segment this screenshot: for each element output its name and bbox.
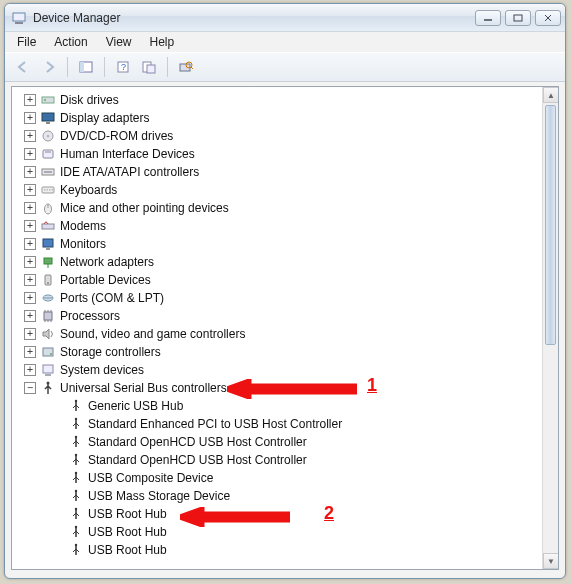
expand-icon[interactable]: + [24,274,36,286]
help-button[interactable]: ? [111,56,135,78]
tree-category-mouse[interactable]: +Mice and other pointing devices [18,199,542,217]
menu-view[interactable]: View [98,33,140,51]
tree-item-label: Portable Devices [60,273,151,287]
minimize-button[interactable] [475,10,501,26]
expand-icon[interactable]: + [24,292,36,304]
expand-icon[interactable]: + [24,184,36,196]
tree-category-storage[interactable]: +Storage controllers [18,343,542,361]
expand-icon[interactable]: + [24,220,36,232]
tree-item-label: DVD/CD-ROM drives [60,129,173,143]
svg-rect-34 [46,248,50,250]
tree-category-hid[interactable]: +Human Interface Devices [18,145,542,163]
tree-spacer [52,418,64,430]
svg-point-52 [50,353,52,355]
tree-category-system[interactable]: +System devices [18,361,542,379]
tree-item-label: USB Composite Device [88,471,213,485]
expand-icon[interactable]: + [24,112,36,124]
tree-item-usb-1[interactable]: Standard Enhanced PCI to USB Host Contro… [18,415,542,433]
expand-icon[interactable]: + [24,346,36,358]
vertical-scrollbar[interactable]: ▲ ▼ [542,87,558,569]
tree-item-usb-7[interactable]: USB Root Hub [18,523,542,541]
svg-rect-11 [147,65,155,73]
tree-category-cpu[interactable]: +Processors [18,307,542,325]
tree-category-modem[interactable]: +Modems [18,217,542,235]
usb-icon [68,506,84,522]
expand-icon[interactable]: + [24,166,36,178]
menu-file[interactable]: File [9,33,44,51]
collapse-icon[interactable]: − [24,382,36,394]
scroll-thumb[interactable] [545,105,556,345]
expand-icon[interactable]: + [24,364,36,376]
tree-item-usb-4[interactable]: USB Composite Device [18,469,542,487]
usb-icon [68,524,84,540]
forward-button[interactable] [37,56,61,78]
expand-icon[interactable]: + [24,94,36,106]
tree-category-portable[interactable]: +Portable Devices [18,271,542,289]
svg-point-41 [46,297,47,298]
scan-hardware-button[interactable] [174,56,198,78]
svg-point-63 [75,526,77,528]
tree-category-sound[interactable]: +Sound, video and game controllers [18,325,542,343]
properties-button[interactable] [137,56,161,78]
tree-item-usb-2[interactable]: Standard OpenHCD USB Host Controller [18,433,542,451]
usb-icon [68,398,84,414]
tree-category-display[interactable]: +Display adapters [18,109,542,127]
tree-item-label: Keyboards [60,183,117,197]
scroll-down-button[interactable]: ▼ [543,553,559,569]
expand-icon[interactable]: + [24,256,36,268]
tree-category-optical[interactable]: +DVD/CD-ROM drives [18,127,542,145]
tree-view-frame: +Disk drives+Display adapters+DVD/CD-ROM… [11,86,559,570]
titlebar[interactable]: Device Manager [5,4,565,32]
optical-icon [40,128,56,144]
tree-spacer [52,526,64,538]
svg-text:?: ? [121,62,126,72]
tree-spacer [52,454,64,466]
tree-category-usb[interactable]: −Universal Serial Bus controllers [18,379,542,397]
tree-category-ide[interactable]: +IDE ATA/ATAPI controllers [18,163,542,181]
svg-point-20 [47,135,50,138]
menu-help[interactable]: Help [142,33,183,51]
tree-item-usb-8[interactable]: USB Root Hub [18,541,542,559]
close-button[interactable] [535,10,561,26]
usbcat-icon [40,380,56,396]
svg-line-14 [191,67,193,69]
tree-item-usb-0[interactable]: Generic USB Hub [18,397,542,415]
toolbar-separator [167,57,168,77]
hid-icon [40,146,56,162]
tree-item-label: Sound, video and game controllers [60,327,245,341]
tree-category-drive[interactable]: +Disk drives [18,91,542,109]
device-manager-icon [11,10,27,26]
back-button[interactable] [11,56,35,78]
device-tree[interactable]: +Disk drives+Display adapters+DVD/CD-ROM… [12,87,542,569]
svg-point-16 [44,99,46,101]
annotation-label-1: 1 [367,375,377,396]
svg-point-61 [75,490,77,492]
tree-item-label: Mice and other pointing devices [60,201,229,215]
tree-category-network[interactable]: +Network adapters [18,253,542,271]
tree-item-label: Standard Enhanced PCI to USB Host Contro… [88,417,342,431]
scroll-up-button[interactable]: ▲ [543,87,559,103]
tree-item-label: Human Interface Devices [60,147,195,161]
maximize-button[interactable] [505,10,531,26]
show-hide-console-tree-button[interactable] [74,56,98,78]
svg-rect-7 [80,62,84,72]
modem-icon [40,218,56,234]
expand-icon[interactable]: + [24,310,36,322]
tree-item-usb-6[interactable]: USB Root Hub [18,505,542,523]
svg-rect-28 [49,189,51,191]
tree-category-port[interactable]: +Ports (COM & LPT) [18,289,542,307]
expand-icon[interactable]: + [24,202,36,214]
tree-item-usb-5[interactable]: USB Mass Storage Device [18,487,542,505]
menu-action[interactable]: Action [46,33,95,51]
svg-rect-3 [514,15,522,21]
expand-icon[interactable]: + [24,238,36,250]
expand-icon[interactable]: + [24,328,36,340]
expand-icon[interactable]: + [24,148,36,160]
port-icon [40,290,56,306]
svg-rect-54 [45,374,51,376]
tree-category-monitor[interactable]: +Monitors [18,235,542,253]
tree-item-usb-3[interactable]: Standard OpenHCD USB Host Controller [18,451,542,469]
tree-category-keyboard[interactable]: +Keyboards [18,181,542,199]
svg-point-40 [44,297,45,298]
expand-icon[interactable]: + [24,130,36,142]
